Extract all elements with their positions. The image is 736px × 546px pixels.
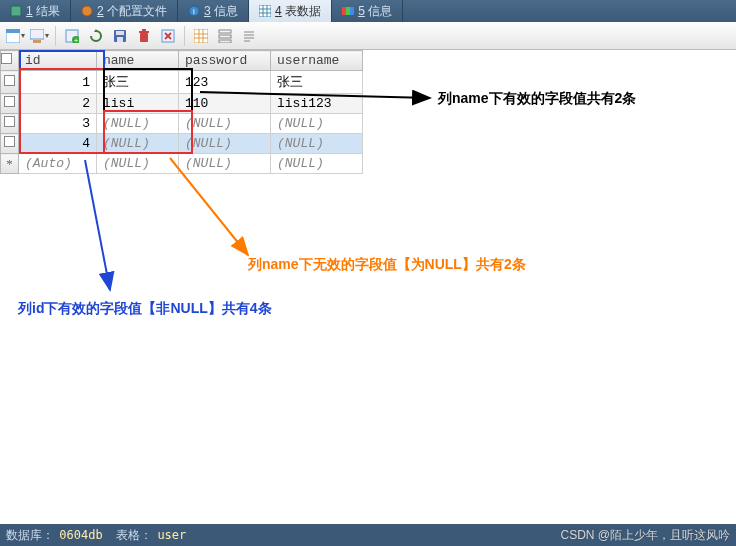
status-db-label: 数据库：: [6, 528, 54, 542]
status-db-value: 0604db: [59, 528, 102, 542]
column-header-username[interactable]: username: [271, 51, 363, 71]
tab-result[interactable]: 1 结果: [0, 0, 71, 22]
annotation-black: 列name下有效的字段值共有2条: [438, 90, 636, 108]
chevron-down-icon: ▾: [21, 31, 25, 40]
status-table-value: user: [157, 528, 186, 542]
tab-bar: 1 结果 2 个配置文件 i 3 信息 4 表数据 5 信息: [0, 0, 736, 22]
svg-rect-13: [6, 29, 20, 33]
svg-text:+: +: [74, 36, 79, 43]
checkbox[interactable]: [4, 136, 15, 147]
status-bar: 数据库： 0604db 表格： user CSDN @陌上少年，且听这风吟: [0, 524, 736, 546]
cancel-button[interactable]: [157, 25, 179, 47]
tab-table-data[interactable]: 4 表数据: [249, 0, 332, 22]
data-grid: id name password username 1 张三 123 张三 2 …: [0, 50, 736, 174]
highlight-box-black: [103, 68, 193, 112]
checkbox[interactable]: [4, 75, 15, 86]
annotation-blue: 列id下有效的字段值【非NULL】共有4条: [18, 300, 272, 318]
profile-icon: [81, 5, 93, 17]
info-color-icon: [342, 5, 354, 17]
cell-username[interactable]: lisi123: [271, 94, 363, 114]
text-view-button[interactable]: [238, 25, 260, 47]
cell-username[interactable]: (NULL): [271, 154, 363, 174]
highlight-box-blue: [19, 50, 105, 70]
cell-username[interactable]: (NULL): [271, 134, 363, 154]
svg-rect-0: [11, 6, 21, 16]
arrow-blue: [85, 160, 110, 290]
result-icon: [10, 5, 22, 17]
status-table-label: 表格：: [116, 528, 152, 542]
svg-text:i: i: [193, 7, 195, 16]
tab-info-1[interactable]: i 3 信息: [178, 0, 249, 22]
grid-view-button[interactable]: [190, 25, 212, 47]
svg-rect-34: [219, 35, 231, 38]
svg-rect-20: [116, 31, 124, 35]
chevron-down-icon: ▾: [45, 31, 49, 40]
toolbar: ▾ ▾ +: [0, 22, 736, 50]
table-icon: [259, 5, 271, 17]
form-view-button[interactable]: [214, 25, 236, 47]
checkbox[interactable]: [1, 53, 12, 64]
cell-id[interactable]: (Auto): [19, 154, 97, 174]
svg-rect-21: [117, 37, 123, 42]
svg-rect-33: [219, 30, 231, 33]
svg-rect-4: [259, 5, 271, 17]
toolbar-separator: [184, 26, 185, 46]
svg-rect-10: [346, 7, 350, 15]
highlight-box-red-name: [103, 110, 193, 154]
new-row-marker: *: [1, 154, 19, 174]
checkbox[interactable]: [4, 116, 15, 127]
cell-username[interactable]: 张三: [271, 71, 363, 94]
info-icon: i: [188, 5, 200, 17]
svg-rect-15: [33, 40, 41, 43]
table-view-button[interactable]: ▾: [4, 25, 26, 47]
highlight-box-red-id: [19, 68, 105, 154]
watermark: CSDN @陌上少年，且听这风吟: [560, 527, 730, 544]
annotation-orange: 列name下无效的字段值【为NULL】共有2条: [248, 256, 526, 274]
row-header-corner[interactable]: [1, 51, 19, 71]
table-row-new[interactable]: * (Auto) (NULL) (NULL) (NULL): [1, 154, 363, 174]
add-row-button[interactable]: +: [61, 25, 83, 47]
toolbar-separator: [55, 26, 56, 46]
tab-profiles[interactable]: 2 个配置文件: [71, 0, 178, 22]
refresh-button[interactable]: [85, 25, 107, 47]
svg-rect-22: [140, 33, 148, 42]
svg-point-1: [82, 6, 92, 16]
save-button[interactable]: [109, 25, 131, 47]
cell-password[interactable]: (NULL): [179, 154, 271, 174]
svg-rect-14: [30, 29, 44, 39]
svg-rect-11: [350, 7, 354, 15]
svg-rect-24: [142, 29, 146, 31]
delete-button[interactable]: [133, 25, 155, 47]
svg-rect-9: [342, 7, 346, 15]
cell-username[interactable]: (NULL): [271, 114, 363, 134]
cell-name[interactable]: (NULL): [97, 154, 179, 174]
filter-button[interactable]: ▾: [28, 25, 50, 47]
checkbox[interactable]: [4, 96, 15, 107]
svg-rect-23: [139, 31, 149, 33]
tab-info-2[interactable]: 5 信息: [332, 0, 403, 22]
svg-rect-35: [219, 40, 231, 43]
svg-rect-28: [194, 29, 208, 43]
